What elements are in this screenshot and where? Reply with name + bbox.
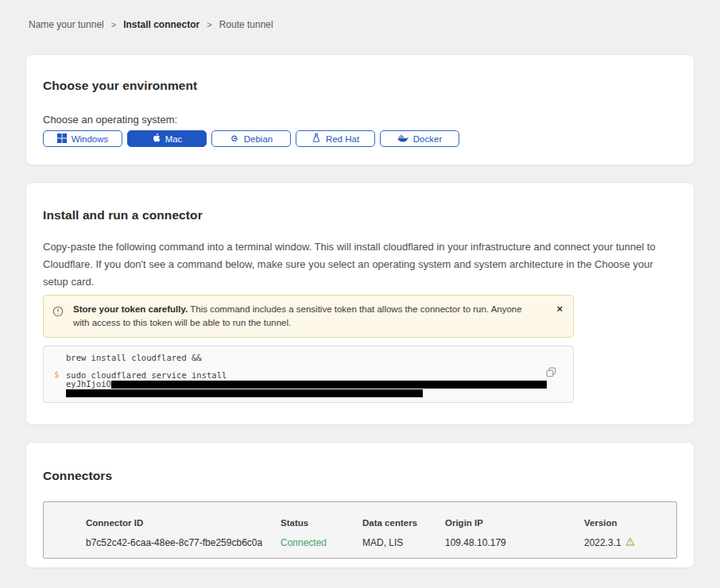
connectors-card-title: Connectors <box>43 469 677 483</box>
column-header-status: Status <box>281 518 362 528</box>
command-line-1: brew install cloudflared && <box>66 354 551 362</box>
token-redaction-bar <box>66 389 423 397</box>
connectors-card: Connectors Connector ID Status Data cent… <box>25 442 695 568</box>
breadcrumb-step-name-tunnel[interactable]: Name your tunnel <box>29 19 104 30</box>
breadcrumb-step-install-connector[interactable]: Install connector <box>123 19 199 30</box>
redhat-icon <box>312 133 321 145</box>
alert-circle-icon <box>52 306 64 321</box>
warning-triangle-icon <box>625 537 635 548</box>
status-badge: Connected <box>281 537 362 548</box>
os-button-label: Windows <box>72 134 109 144</box>
os-button-mac[interactable]: Mac <box>127 130 207 147</box>
breadcrumb-separator: > <box>207 20 211 29</box>
column-header-connector-id: Connector ID <box>86 518 281 528</box>
terminal-prompt: $ <box>54 370 59 379</box>
install-card-title: Install and run a connector <box>43 208 677 222</box>
connectors-table-header: Connector ID Status Data centers Origin … <box>86 518 668 528</box>
close-icon[interactable]: × <box>556 304 563 315</box>
install-description: Copy-paste the following command into a … <box>43 238 677 291</box>
column-header-origin-ip: Origin IP <box>445 518 584 528</box>
column-header-version: Version <box>584 518 668 528</box>
column-header-data-centers: Data centers <box>362 518 445 528</box>
breadcrumb-separator: > <box>111 20 116 29</box>
os-button-label: Red Hat <box>326 134 359 144</box>
command-line-2: sudo cloudflared service install <box>66 371 551 380</box>
origin-ip-value: 109.48.10.179 <box>445 537 584 548</box>
os-button-label: Mac <box>165 134 183 144</box>
os-button-debian[interactable]: Debian <box>211 130 291 147</box>
os-select-label: Choose an operating system: <box>43 114 677 126</box>
choose-environment-card: Choose your environment Choose an operat… <box>25 54 695 165</box>
tunnel-setup-page: Name your tunnel > Install connector > R… <box>0 0 720 588</box>
command-token-line: eyJhIjoiO <box>66 380 551 389</box>
environment-card-title: Choose your environment <box>43 79 677 93</box>
breadcrumb-step-route-tunnel[interactable]: Route tunnel <box>219 19 273 30</box>
connector-id-value: b7c52c42-6caa-48ee-8c77-fbe259cb6c0a <box>86 537 281 548</box>
os-button-windows[interactable]: Windows <box>43 130 122 147</box>
token-warning-banner: Store your token carefully. This command… <box>43 295 574 338</box>
apple-icon <box>152 133 161 145</box>
os-button-docker[interactable]: Docker <box>380 130 459 147</box>
copy-icon[interactable] <box>546 367 556 380</box>
breadcrumb: Name your tunnel > Install connector > R… <box>0 0 720 30</box>
install-connector-card: Install and run a connector Copy-paste t… <box>25 182 695 425</box>
os-button-group: Windows Mac Debian Red Hat <box>43 130 677 147</box>
docker-icon <box>397 133 408 144</box>
os-button-label: Docker <box>413 134 442 144</box>
version-value: 2022.3.1 <box>584 537 668 548</box>
connectors-table: Connector ID Status Data centers Origin … <box>43 501 677 559</box>
os-button-label: Debian <box>244 134 273 144</box>
command-token-line-2 <box>66 389 551 397</box>
debian-icon <box>230 133 239 145</box>
os-button-redhat[interactable]: Red Hat <box>296 130 375 147</box>
windows-icon <box>57 133 67 145</box>
data-centers-value: MAD, LIS <box>362 537 445 548</box>
warning-title: Store your token carefully. <box>73 304 188 314</box>
token-redaction-bar <box>111 381 547 389</box>
table-row: b7c52c42-6caa-48ee-8c77-fbe259cb6c0a Con… <box>86 528 668 548</box>
install-command-terminal: $ brew install cloudflared && sudo cloud… <box>43 346 574 403</box>
